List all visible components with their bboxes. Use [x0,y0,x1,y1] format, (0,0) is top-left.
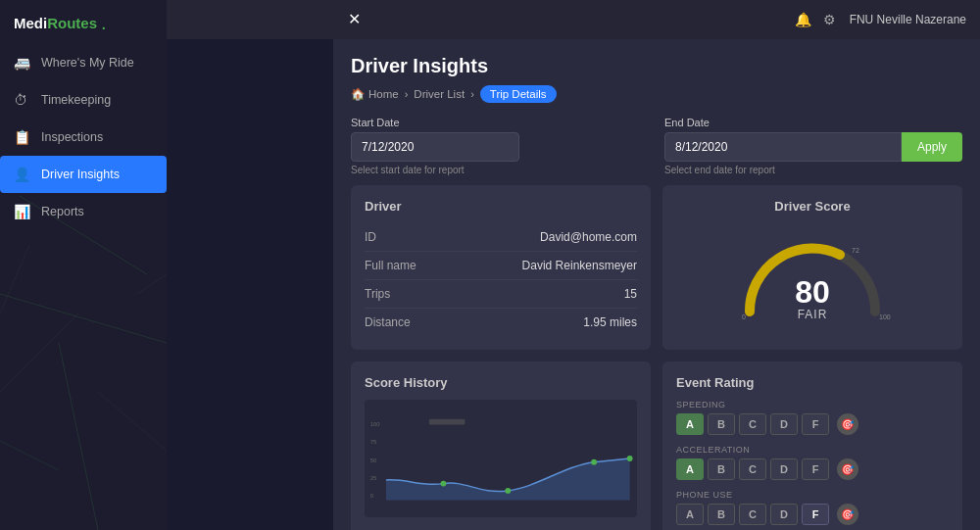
event-rating-section: PHONE USEABCDF🎯 [676,490,949,525]
logo: MediRoutes . [0,0,167,44]
svg-text:100: 100 [370,421,381,427]
event-rating-section: ACCELERATIONABCDF🎯 [676,445,949,480]
end-date-hint: Select end date for report [664,165,962,175]
rating-buttons-group: ABCDF🎯 [676,413,949,435]
driver-card: Driver ID David@home.comFull name David … [351,185,651,350]
content-grid: Driver ID David@home.comFull name David … [351,185,962,350]
event-rating-title: Event Rating [676,375,949,390]
start-date-input[interactable] [351,132,519,162]
driver-card-title: Driver [365,199,637,214]
rating-btn-a[interactable]: A [676,413,704,435]
breadcrumb-arrow-1: › [405,88,409,100]
chart-area: 100 75 50 25 0 [365,400,637,517]
start-date-hint: Select start date for report [351,165,649,175]
event-rating-section-label: SPEEDING [676,400,949,410]
driver-row: ID David@home.com [365,223,637,252]
svg-line-2 [59,343,98,530]
home-icon: 🏠 [351,87,365,101]
driver-field-label: Distance [365,315,411,329]
close-button[interactable]: ✕ [348,10,361,28]
breadcrumb-arrow-2: › [470,88,474,100]
rating-btn-a[interactable]: A [676,504,704,525]
sidebar-item-inspections[interactable]: 📋 Inspections [0,119,167,156]
score-history-card: Score History 100 75 50 25 0 [351,361,651,530]
clipboard-icon: 📋 [14,129,31,145]
bottom-grid: Score History 100 75 50 25 0 [351,361,962,530]
settings-icon[interactable]: ⚙ [823,12,836,27]
date-filters: Start Date Select start date for report … [351,117,962,175]
rating-btn-b[interactable]: B [708,413,735,435]
rating-btn-c[interactable]: C [739,504,766,525]
driver-field-label: ID [365,230,376,244]
svg-text:72: 72 [852,247,859,254]
svg-point-17 [441,481,447,487]
svg-line-1 [0,294,167,343]
gauge-container: 0 72 100 80 FAIR [734,233,891,321]
username-label: FNU Neville Nazerane [850,13,966,26]
driver-field-value: 15 [624,287,637,301]
sidebar-item-reports[interactable]: 📊 Reports [0,193,167,230]
main-content: ✕ 🔔 ⚙ FNU Neville Nazerane Driver Insigh… [333,0,980,530]
breadcrumb-driver-list[interactable]: Driver List [414,88,465,100]
rating-btn-d[interactable]: D [770,413,798,435]
driver-row: Trips 15 [365,280,637,309]
event-rating-card: Event Rating SPEEDINGABCDF🎯ACCELERATIONA… [662,361,962,530]
rating-btn-f[interactable]: F [802,458,829,480]
rating-section-icon[interactable]: 🎯 [837,504,858,525]
svg-text:25: 25 [370,475,377,481]
rating-btn-f[interactable]: F [802,504,829,525]
event-rating-section-label: PHONE USE [676,490,949,500]
rating-btn-d[interactable]: D [770,458,798,480]
rating-btn-d[interactable]: D [770,504,798,525]
sidebar-item-driver-insights[interactable]: 👤 Driver Insights [0,156,167,193]
rating-btn-b[interactable]: B [708,458,735,480]
svg-line-6 [137,274,167,294]
notifications-icon[interactable]: 🔔 [795,12,811,27]
sidebar-item-wheres-my-ride[interactable]: 🚐 Where's My Ride [0,44,167,81]
rating-buttons-group: ABCDF🎯 [676,458,949,480]
svg-text:75: 75 [370,439,377,445]
apply-button[interactable]: Apply [902,132,962,162]
rating-btn-c[interactable]: C [739,458,766,480]
svg-point-20 [627,456,633,461]
start-date-label: Start Date [351,117,649,128]
sidebar-item-timekeeping[interactable]: ⏱ Timekeeping [0,81,167,119]
driver-row: Distance 1.95 miles [365,309,637,336]
driver-field-value: David@home.com [540,230,637,244]
end-date-input[interactable] [664,132,902,162]
svg-line-5 [98,392,167,451]
top-header: ✕ 🔔 ⚙ FNU Neville Nazerane [167,0,980,39]
rating-section-icon[interactable]: 🎯 [837,413,858,435]
car-icon: 🚐 [14,55,31,71]
page-title: Driver Insights [351,55,962,77]
rating-btn-a[interactable]: A [676,458,704,480]
svg-line-4 [0,245,29,313]
svg-point-18 [505,488,511,494]
event-rating-section-label: ACCELERATION [676,445,949,455]
driver-field-value: 1.95 miles [583,315,637,329]
svg-text:0: 0 [742,313,746,320]
driver-field-label: Trips [365,287,390,301]
svg-line-7 [0,441,59,470]
driver-row: Full name David Reinkensmeyer [365,252,637,280]
breadcrumb-home[interactable]: 🏠 Home [351,87,399,101]
rating-section-icon[interactable]: 🎯 [837,458,858,480]
breadcrumb-trip-details[interactable]: Trip Details [480,85,557,103]
driver-field-value: David Reinkensmeyer [522,259,637,272]
rating-btn-b[interactable]: B [708,504,735,525]
score-history-title: Score History [365,375,637,390]
rating-btn-f[interactable]: F [802,413,829,435]
chart-svg: 100 75 50 25 0 [365,400,637,517]
event-rating-sections: SPEEDINGABCDF🎯ACCELERATIONABCDF🎯PHONE US… [676,400,949,530]
chart-icon: 📊 [14,204,31,219]
svg-text:50: 50 [370,458,377,463]
gauge-wrap: 0 72 100 80 FAIR [676,223,949,331]
svg-point-19 [591,459,597,465]
sidebar: MediRoutes . 🚐 Where's My Ride ⏱ Timekee… [0,0,167,530]
header-icons: 🔔 ⚙ [795,12,836,27]
driver-info: ID David@home.comFull name David Reinken… [365,223,637,336]
rating-btn-c[interactable]: C [739,413,766,435]
event-rating-section: SPEEDINGABCDF🎯 [676,400,949,435]
end-date-group: End Date Apply Select end date for repor… [664,117,962,175]
gauge-score: 80 FAIR [795,276,830,321]
